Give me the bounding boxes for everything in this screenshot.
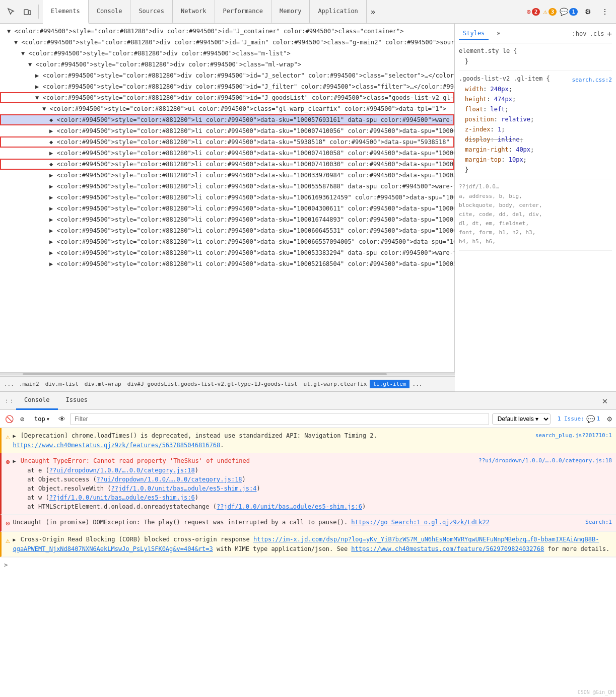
dom-line[interactable]: ▼ <color:#994500">style="color:#881280">… bbox=[0, 92, 454, 103]
styles-tab[interactable]: Styles bbox=[459, 28, 489, 40]
deprecation-link[interactable]: https://www.ch40mestatus.qjz9zk/features… bbox=[13, 442, 220, 449]
issues-tab[interactable]: Issues bbox=[58, 392, 96, 410]
left-panel: ▼ <color:#994500">style="color:#881280">… bbox=[0, 24, 455, 391]
console-message-deprecation: ⚠ ▶ [Deprecation] chrome.loadTimes() is … bbox=[0, 428, 616, 453]
log-levels-select[interactable]: Default levels ▾ bbox=[492, 413, 551, 425]
svg-rect-0 bbox=[24, 10, 28, 15]
dom-line[interactable]: ▼ <color:#994500">style="color:#881280">… bbox=[0, 59, 454, 70]
toolbar-right: ⊗ 2 ⚠ 3 💬 1 ⚙ ⋮ bbox=[526, 5, 612, 19]
scroll-thumb[interactable] bbox=[23, 373, 386, 375]
breadcrumb-item-goodslist[interactable]: div#J_goodsList.goods-list-v2.gl-type-1J… bbox=[124, 380, 301, 388]
dom-line[interactable]: ▶ <color:#994500">style="color:#881280">… bbox=[0, 70, 454, 81]
computed-tab[interactable]: » bbox=[493, 28, 504, 40]
message-badge[interactable]: 💬 1 bbox=[560, 8, 578, 16]
breadcrumb-item-main2[interactable]: .main2 bbox=[16, 380, 42, 388]
context-selector[interactable]: top ▾ bbox=[30, 414, 54, 424]
horizontal-scrollbar[interactable] bbox=[0, 372, 455, 376]
play-link[interactable]: https://go Search:1 o.gl.qjz9zk/LdLk22 bbox=[351, 519, 490, 526]
goods-list-selector: .goods-list-v2 .gl-item { bbox=[459, 75, 550, 82]
dom-line[interactable]: ▶ <color:#994500">style="color:#881280">… bbox=[0, 192, 454, 203]
dom-line[interactable]: ▶ <color:#994500">style="color:#881280">… bbox=[0, 148, 454, 159]
console-settings-button[interactable]: ⚙ bbox=[607, 414, 612, 424]
dom-line[interactable]: ◆ <color:#994500">style="color:#881280">… bbox=[0, 159, 454, 170]
breadcrumb-item-m-list[interactable]: div.m-list bbox=[42, 380, 82, 388]
more-options-button[interactable]: ⋮ bbox=[598, 5, 612, 19]
warn-icon-2: ⚠ bbox=[6, 536, 10, 545]
hov-button[interactable]: :hov bbox=[572, 30, 587, 37]
breadcrumb-item-ml-wrap[interactable]: div.ml-wrap bbox=[82, 380, 124, 388]
breadcrumb-item-li[interactable]: li.gl-item bbox=[370, 380, 409, 388]
breadcrumb-item-ul[interactable]: ul.gl-warp.clearfix bbox=[300, 380, 370, 388]
tab-elements[interactable]: Elements bbox=[43, 0, 89, 24]
dom-line[interactable]: ▶ <color:#994500">style="color:#881280">… bbox=[0, 81, 454, 92]
clear-console-button[interactable]: 🚫 bbox=[4, 414, 14, 424]
tab-console[interactable]: Console bbox=[89, 0, 131, 24]
console-input-line: > bbox=[0, 557, 616, 568]
dom-line[interactable]: ▶ <color:#994500">style="color:#881280">… bbox=[0, 247, 454, 258]
warning-badge[interactable]: ⚠ 3 bbox=[543, 8, 557, 16]
deprecation-message-content: ▶ [Deprecation] chrome.loadTimes() is de… bbox=[13, 431, 532, 450]
goods-list-body: width: 240px; height: 474px; float: left… bbox=[459, 84, 612, 175]
console-close-button[interactable]: ✕ bbox=[598, 394, 612, 408]
dom-line[interactable]: ◆ <color:#994500">style="color:#881280">… bbox=[0, 136, 454, 148]
issue-count-badge[interactable]: 1 Issue: 💬 1 bbox=[554, 414, 604, 424]
stack-link-4[interactable]: ??jdf/1.0.0/unit/bas…odule/es5-shim.js:6 bbox=[49, 494, 195, 501]
dom-line[interactable]: ▶ <color:#994500">style="color:#881280">… bbox=[0, 214, 454, 225]
dom-line[interactable]: ▶ <color:#994500">style="color:#881280">… bbox=[0, 181, 454, 192]
scroll-track bbox=[0, 373, 455, 375]
stack-link-5[interactable]: ??jdf/1.0.0/unit/bas…odule/es5-shim.js:6 bbox=[217, 503, 362, 510]
prop-float: float: left; bbox=[465, 104, 612, 114]
dom-line[interactable]: ▼ <color:#994500">style="color:#881280">… bbox=[0, 103, 454, 114]
dom-line[interactable]: ◆ <color:#994500">style="color:#881280">… bbox=[0, 114, 454, 125]
cls-button[interactable]: .cls bbox=[589, 30, 604, 37]
tab-memory[interactable]: Memory bbox=[271, 0, 310, 24]
typeerror-source[interactable]: ??ui/dropdown/1.0.0/….0.0/category.js:18 bbox=[478, 456, 612, 465]
settings-button[interactable]: ⚙ bbox=[581, 5, 595, 19]
console-input[interactable] bbox=[12, 562, 612, 568]
stack-link-2[interactable]: ??ui/dropdown/1.0.0/….0.0/category.js:18 bbox=[97, 476, 242, 483]
expand-icon-3[interactable]: ▶ bbox=[13, 535, 16, 544]
console-drag-handle: ⋮⋮ bbox=[4, 398, 14, 403]
stack-link-3[interactable]: ??jdf/1.0.0/unit/bas…odule/es5-shim.js:4 bbox=[111, 485, 257, 492]
stack-link-1[interactable]: ??ui/dropdown/1.0.0/….0.0/category.js:18 bbox=[49, 467, 195, 474]
dom-line[interactable]: ▶ <color:#994500">style="color:#881280">… bbox=[0, 203, 454, 214]
breadcrumb: ... .main2 div.m-list div.ml-wrap div#J_… bbox=[0, 376, 455, 391]
element-style-selector: element.sty le { bbox=[459, 47, 612, 54]
dom-line[interactable]: ▶ <color:#994500">style="color:#881280">… bbox=[0, 258, 454, 269]
inspect-element-button[interactable] bbox=[4, 5, 18, 19]
error-icon: ⊗ bbox=[6, 457, 10, 467]
console-toolbar: 🚫 ⊘ top ▾ 👁 Default levels ▾ 1 Issue: 💬 … bbox=[0, 410, 616, 428]
dom-line[interactable]: ▶ <color:#994500">style="color:#881280">… bbox=[0, 125, 454, 136]
tab-performance[interactable]: Performance bbox=[215, 0, 271, 24]
console-filter-input[interactable] bbox=[70, 413, 489, 425]
tab-network[interactable]: Network bbox=[173, 0, 215, 24]
more-tabs-button[interactable]: » bbox=[367, 0, 380, 24]
dom-line[interactable]: ▼ <color:#994500">style="color:#881280">… bbox=[0, 37, 454, 48]
console-tab[interactable]: Console bbox=[16, 392, 58, 410]
dom-line[interactable]: ▶ <color:#994500">style="color:#881280">… bbox=[0, 170, 454, 181]
domexception-content: Uncaught (in promise) DOMException: The … bbox=[13, 518, 582, 527]
eye-icon[interactable]: 👁 bbox=[57, 414, 67, 424]
deprecation-source[interactable]: search_plug.js?201710:1 bbox=[535, 431, 612, 440]
dom-line[interactable]: ▶ <color:#994500">style="color:#881280">… bbox=[0, 225, 454, 236]
expand-icon-2[interactable]: ▶ bbox=[13, 457, 16, 466]
device-toolbar-button[interactable] bbox=[20, 5, 34, 19]
dom-line[interactable]: ▶ <color:#994500">style="color:#881280">… bbox=[0, 236, 454, 247]
add-style-button[interactable]: + bbox=[607, 29, 612, 39]
dom-line[interactable]: ▼ <color:#994500">style="color:#881280">… bbox=[0, 48, 454, 59]
tab-sources[interactable]: Sources bbox=[130, 0, 173, 24]
error-badge[interactable]: ⊗ 2 bbox=[526, 8, 540, 16]
domexception-source[interactable]: Search:1 bbox=[585, 518, 612, 527]
prop-position: position: relative; bbox=[465, 114, 612, 124]
tab-application[interactable]: Application bbox=[310, 0, 366, 24]
error-icon-2: ⊗ bbox=[6, 519, 10, 528]
search-css-source[interactable]: search.css:2 bbox=[572, 77, 612, 83]
toggle-console-button[interactable]: ⊘ bbox=[17, 414, 27, 424]
top-toolbar: Elements Console Sources Network Perform… bbox=[0, 0, 616, 24]
corb-details-link[interactable]: https://www.ch40mestatus.com/feature/562… bbox=[351, 545, 544, 552]
expand-icon[interactable]: ▶ bbox=[13, 432, 16, 441]
styles-header: Styles » :hov .cls + bbox=[459, 28, 612, 43]
dom-line[interactable]: ▼ <color:#994500">style="color:#881280">… bbox=[0, 26, 454, 37]
elements-panel: ▼ <color:#994500">style="color:#881280">… bbox=[0, 24, 455, 372]
breadcrumb-item-more[interactable]: ... bbox=[409, 380, 426, 388]
